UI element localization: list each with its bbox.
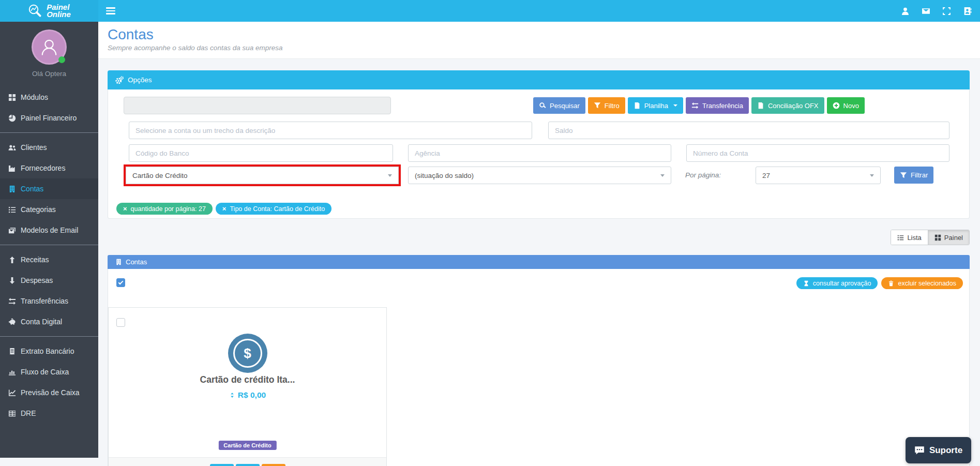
funnel-icon <box>900 172 907 179</box>
active-filter-tags: × quantidade por página: 27 × Tipo de Co… <box>116 203 331 215</box>
avatar[interactable] <box>33 31 65 63</box>
bulk-actions: consultar aprovação excluir selecionados <box>796 277 963 289</box>
card-action-button-2[interactable] <box>236 464 260 466</box>
sidebar-item-label: Extrato Bancário <box>21 347 74 355</box>
sidebar-section: Extrato Bancário Fluxo de Caixa Previsão… <box>0 336 98 426</box>
fullscreen-icon[interactable] <box>942 7 951 16</box>
file-icon <box>634 102 641 109</box>
consultar-aprovacao-button[interactable]: consultar aprovação <box>796 277 878 289</box>
select-all-checkbox[interactable] <box>116 278 125 287</box>
receipt-icon <box>8 348 16 355</box>
sidebar-toggle-hamburger-icon[interactable] <box>106 6 115 16</box>
sidebar-item-label: Fluxo de Caixa <box>21 368 69 376</box>
building-icon <box>115 259 122 265</box>
topbar-actions <box>901 7 980 16</box>
sidebar-item-extrato-bancario[interactable]: Extrato Bancário <box>0 341 98 362</box>
sidebar-item-transferencias[interactable]: Transferências <box>0 291 98 311</box>
card-checkbox[interactable] <box>116 318 125 327</box>
chevron-down-icon <box>660 174 665 177</box>
sidebar-item-modelos-de-email[interactable]: Modelos de Email <box>0 220 98 240</box>
panel-view-button[interactable]: Painel <box>928 230 969 245</box>
highlight-red-box: Cartão de Crédito <box>124 164 401 186</box>
sidebar-section: Receitas Despesas Transferências Conta D… <box>0 245 98 334</box>
account-card[interactable]: $ Cartão de crédito Ita... R$ 0,00 Cartã… <box>108 307 387 466</box>
conciliacao-ofx-button[interactable]: Conciliação OFX <box>751 97 824 114</box>
sidebar-item-contas[interactable]: Contas <box>0 178 98 199</box>
pesquisar-button[interactable]: Pesquisar <box>533 97 585 114</box>
arrow-up-icon <box>8 256 16 264</box>
sidebar-item-conta-digital[interactable]: Conta Digital <box>0 311 98 332</box>
account-balance: R$ 0,00 <box>109 390 386 400</box>
sidebar-item-label: Receitas <box>21 255 49 264</box>
filtrar-button[interactable]: Filtrar <box>894 167 933 184</box>
card-action-button-3[interactable] <box>262 464 285 466</box>
toggle-label: Painel <box>944 234 963 242</box>
transferencia-button[interactable]: Transferência <box>686 97 749 114</box>
list-view-button[interactable]: Lista <box>891 230 927 245</box>
button-label: excluir selecionados <box>898 280 956 287</box>
excluir-selecionados-button[interactable]: excluir selecionados <box>881 277 963 289</box>
planilha-dropdown-button[interactable]: Planilha <box>628 97 683 114</box>
piggy-bank-icon <box>8 318 16 326</box>
account-type-select[interactable]: Cartão de Crédito <box>126 167 399 184</box>
card-action-button-1[interactable] <box>210 464 234 466</box>
filter-tag-per-page[interactable]: × quantidade por página: 27 <box>116 203 213 215</box>
button-label: Novo <box>843 102 859 110</box>
trash-icon <box>888 280 894 287</box>
agency-input[interactable] <box>408 144 671 162</box>
main-content: Contas Sempre acompanhe o saldo das cont… <box>98 22 980 466</box>
button-label: Conciliação OFX <box>768 102 819 110</box>
sidebar-section: Clientes Fornecedores Contas Categorias … <box>0 132 98 243</box>
sidebar-item-fluxo-de-caixa[interactable]: Fluxo de Caixa <box>0 362 98 382</box>
exchange-icon <box>691 102 699 109</box>
close-icon[interactable]: × <box>222 205 227 212</box>
balance-status-selected-value: (situação do saldo) <box>415 172 474 179</box>
sidebar-item-categorias[interactable]: Categorias <box>0 199 98 220</box>
novo-button[interactable]: Novo <box>827 97 865 114</box>
user-greeting: Olá Optera <box>0 70 98 78</box>
arrow-down-icon <box>8 277 16 284</box>
chat-bubble-icon <box>914 445 925 456</box>
close-icon[interactable]: × <box>123 205 127 212</box>
sidebar-item-previsao-de-caixa[interactable]: Previsão de Caixa <box>0 382 98 403</box>
user-icon[interactable] <box>901 7 910 16</box>
per-page-select[interactable]: 27 <box>756 167 881 184</box>
dollar-sign: $ <box>233 339 262 368</box>
building-icon <box>8 185 16 193</box>
sidebar-item-label: Conta Digital <box>21 318 62 326</box>
options-toolbar: Pesquisar Filtro Planilha Transferência <box>533 97 865 114</box>
sidebar-item-painel-financeiro[interactable]: Painel Financeiro <box>0 108 98 128</box>
saldo-input[interactable] <box>548 122 949 139</box>
balance-status-select[interactable]: (situação do saldo) <box>408 167 671 184</box>
accounts-panel-title: Contas <box>126 258 147 266</box>
account-name: Cartão de crédito Ita... <box>109 374 386 385</box>
disabled-input <box>124 97 391 114</box>
top-bar: Painel Online <box>0 0 980 22</box>
sidebar-item-receitas[interactable]: Receitas <box>0 249 98 270</box>
sidebar: Olá Optera Módulos Painel Financeiro Cli… <box>0 22 98 458</box>
account-search-input[interactable] <box>129 122 532 139</box>
mail-icon[interactable] <box>922 7 930 16</box>
sidebar-item-label: Modelos de Email <box>21 226 78 234</box>
options-panel-header: Opções <box>108 70 970 89</box>
options-panel-body: Pesquisar Filtro Planilha Transferência <box>108 89 970 219</box>
content-area: Opções Pesquisar Filtro Planilha <box>98 59 980 466</box>
filter-tag-account-type[interactable]: × Tipo de Conta: Cartão de Crédito <box>216 203 331 215</box>
sidebar-item-fornecedores[interactable]: Fornecedores <box>0 158 98 178</box>
options-panel: Opções Pesquisar Filtro Planilha <box>108 70 970 219</box>
gears-icon <box>115 76 124 84</box>
sidebar-item-label: Categorias <box>21 205 56 214</box>
sidebar-item-clientes[interactable]: Clientes <box>0 137 98 158</box>
app-logo[interactable]: Painel Online <box>0 0 98 22</box>
filtro-button[interactable]: Filtro <box>588 97 625 114</box>
sidebar-item-dre[interactable]: DRE <box>0 403 98 424</box>
check-icon <box>118 280 124 285</box>
contacts-icon[interactable] <box>963 7 972 16</box>
sidebar-item-despesas[interactable]: Despesas <box>0 270 98 291</box>
support-button[interactable]: Suporte <box>906 437 971 463</box>
sidebar-item-modulos[interactable]: Módulos <box>0 87 98 108</box>
account-number-input[interactable] <box>686 144 949 162</box>
per-page-label: Por página: <box>685 171 721 179</box>
user-panel: Olá Optera <box>0 22 98 85</box>
bank-code-input[interactable] <box>129 144 393 162</box>
